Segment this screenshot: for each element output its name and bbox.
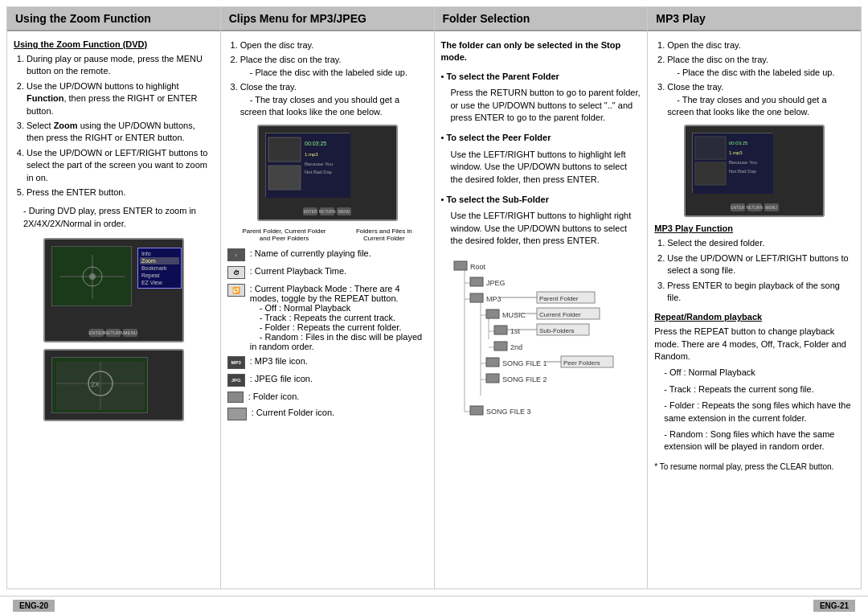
mp3-setup-list: Open the disc tray. Place the disc on th… [654,39,854,118]
svg-rect-59 [695,162,726,185]
svg-rect-48 [486,358,499,367]
svg-rect-41 [494,326,507,334]
svg-text:2nd: 2nd [510,343,522,351]
parent-folder-text: Press the RETURN button to go to parent … [441,87,641,124]
mp3-ctrl-enter: ENTER [731,203,745,211]
legend-mode-text: : Current Playback Mode : There are 4 mo… [250,284,428,351]
clips-ctrl-return: RETURN [320,207,334,215]
footer: ENG-20 ENG-21 [0,596,868,615]
clips-player-mock: 00:03:25 1.mp3 Because You Not Bad Day E… [257,125,398,221]
svg-text:Because You: Because You [729,160,757,165]
list-item: Press ENTER to begin playback of the son… [667,280,854,305]
player-screen [51,246,132,306]
svg-text:1.mp3: 1.mp3 [729,150,743,155]
repeat-random-section: Repeat/Random playback Press the REPEAT … [654,312,854,453]
menu-item-zoom: Zoom [140,257,179,264]
svg-rect-36 [486,310,499,318]
svg-text:Because You: Because You [305,162,333,166]
sub-folder-text: Use the LEFT/RIGHT buttons to highlight … [441,210,641,247]
ctrl-enter: ENTER [89,329,104,337]
col1-header: Using the Zoom Function [7,7,220,31]
clips-screen: 00:03:25 1.mp3 Because You Not Bad Day [265,133,350,197]
list-item: Select the desired folder. [667,237,854,249]
sub-folder-section: • To select the Sub-Folder Use the LEFT/… [441,194,641,248]
folder-stop-note: The folder can only be selected in the S… [441,39,641,64]
mp3-player-mock: 00:03:25 1.mp3 Because You Not Bad Day E… [684,125,825,217]
legend-mode: 🔁 : Current Playback Mode : There are 4 … [227,284,428,351]
legend-jpeg: JPG : JPEG file icon. [227,374,428,387]
folder-icon [227,392,244,403]
legend-folder: : Folder icon. [227,392,428,403]
svg-text:00:03:25: 00:03:25 [729,141,748,146]
svg-text:Not Bad Day: Not Bad Day [305,170,332,174]
menu-item-ezview: EZ View [140,279,179,286]
page-number-right: ENG-21 [813,600,855,612]
svg-text:SONG FILE 1: SONG FILE 1 [502,359,547,367]
svg-text:MUSIC: MUSIC [502,311,526,319]
clips-steps-list: Open the disc tray. Place the disc on th… [227,39,428,118]
mp3-function-heading: MP3 Play Function [654,223,854,233]
zoom-steps-list: During play or pause mode, press the MEN… [14,53,214,199]
svg-rect-46 [494,342,507,351]
zoom-visual: 2X [52,358,149,414]
folder-tree-diagram: Root JPEG MP3 Parent Folder MUSIC [452,255,629,429]
svg-rect-29 [470,277,483,286]
list-item: Open the disc tray. [240,39,428,51]
repeat-random-heading: Repeat/Random playback [654,312,854,322]
main-columns: Using the Zoom Function Using the Zoom F… [6,6,862,589]
caption-right: Folders and Files inCurrent Folder [356,228,412,242]
mp3-controls: ENTER RETURN MENU [690,203,819,211]
menu-item-info: Info [140,250,179,257]
peer-folder-title: • To select the Peer Folder [441,132,641,144]
jpeg-icon: JPG [227,374,245,387]
clock-icon: ⏱ [227,266,245,279]
col-clips: Clips Menu for MP3/JPEG Open the disc tr… [221,7,435,588]
legend-cur-folder-text: : Current Folder icon. [252,408,334,417]
svg-rect-58 [695,137,726,159]
svg-text:Root: Root [470,263,486,271]
clips-ctrl-enter: ENTER [303,207,317,215]
caption-left: Parent Folder, Current Folderand Peer Fo… [242,228,326,242]
zoom-screen: 2X [51,357,148,413]
list-item: Close the tray.- The tray closes and you… [240,81,428,118]
mp3-screen: 00:03:25 1.mp3 Because You Not Bad Day [692,133,772,193]
mp3-function-list: Select the desired folder. Use the UP/DO… [654,237,854,304]
svg-text:Peer Folders: Peer Folders [563,359,600,367]
col3-header: Folder Selection [435,7,648,31]
col-zoom: Using the Zoom Function Using the Zoom F… [7,7,221,588]
zoom-screen-mock: 2X [43,349,184,421]
repeat-random-text: Press the REPEAT button to change playba… [654,326,854,363]
repeat-icon: 🔁 [227,284,245,297]
svg-text:Parent Folder: Parent Folder [539,295,579,302]
menu-item-bookmark: Bookmark [140,264,179,272]
diagram-caption: Parent Folder, Current Folderand Peer Fo… [227,228,428,242]
clear-button-note: * To resume normal play, press the CLEAR… [654,461,854,473]
clips-screen-content: 00:03:25 1.mp3 Because You Not Bad Day [266,133,350,198]
name-icon: ♪ [227,248,245,261]
col-mp3: MP3 Play Open the disc tray. Place the d… [648,7,861,588]
zoom-dvd-heading: Using the Zoom Function (DVD) [14,39,214,49]
legend-mp3: MP3 : MP3 file icon. [227,356,428,369]
list-item: Use the UP/DOWN or LEFT/RIGHT buttons to… [27,147,214,184]
repeat-folder: - Folder : Repeats the song files which … [654,400,854,424]
legend-cur-folder: : Current Folder icon. [227,408,428,420]
zoom-subnote: - During DVD play, press ENTER to zoom i… [14,205,214,230]
svg-rect-11 [268,166,301,190]
svg-text:1st: 1st [510,327,521,335]
svg-point-3 [89,273,96,280]
menu-item-repeat: Repeat [140,272,179,279]
legend-name-text: : Name of currently playing file. [250,248,371,258]
repeat-random: - Random : Song files which have the sam… [654,428,854,453]
list-item: Place the disc on the tray.- Place the d… [667,54,854,79]
svg-text:1.mp3: 1.mp3 [305,152,318,157]
svg-rect-55 [470,406,483,415]
page: Using the Zoom Function Using the Zoom F… [0,0,868,615]
legend-time: ⏱ : Current Playback Time. [227,266,428,279]
legend-mp3-text: : MP3 file icon. [250,356,308,366]
repeat-track: - Track : Repeats the current song file. [654,383,854,396]
col-folder: Folder Selection The folder can only be … [435,7,649,588]
parent-folder-title: • To select the Parent Folder [441,71,641,83]
ctrl-menu: MENU [123,329,137,337]
svg-rect-10 [268,137,301,162]
mp3-screen-content: 00:03:25 1.mp3 Because You Not Bad Day [693,133,773,194]
